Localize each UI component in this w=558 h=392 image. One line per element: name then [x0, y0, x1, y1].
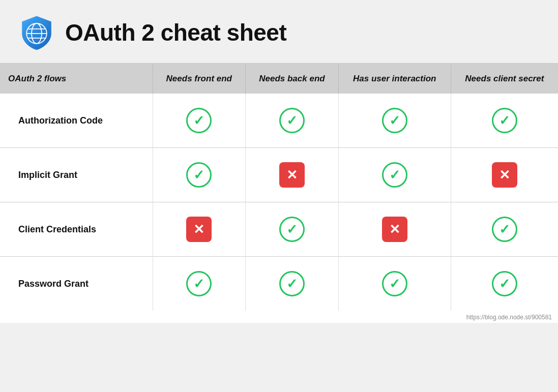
check-icon: ✓ — [382, 108, 407, 133]
header: OAuth 2 cheat sheet — [0, 0, 558, 63]
check-icon: ✓ — [492, 108, 517, 133]
cell-2-backend: ✓ — [246, 202, 339, 257]
cell-2-user_interaction: ✕ — [338, 202, 451, 257]
cell-3-client_secret: ✓ — [451, 257, 558, 311]
cell-2-frontend: ✕ — [153, 202, 246, 257]
table-row: Implicit Grant✓✕✓✕ — [0, 148, 558, 202]
table-row: Client Credentials✕✓✕✓ — [0, 202, 558, 257]
check-icon: ✓ — [186, 271, 212, 296]
cross-icon: ✕ — [382, 217, 407, 242]
table-section: OAuth 2 flows Needs front end Needs back… — [0, 63, 558, 323]
cell-0-frontend: ✓ — [153, 94, 246, 148]
check-icon: ✓ — [492, 271, 517, 296]
footer-url: https://blog.ode.node.st/900581 — [0, 311, 558, 323]
table-row: Password Grant✓✓✓✓ — [0, 257, 558, 311]
check-icon: ✓ — [279, 217, 305, 242]
table-row: Authorization Code✓✓✓✓ — [0, 94, 558, 148]
cross-icon: ✕ — [279, 162, 305, 188]
shield-globe-icon — [18, 14, 55, 51]
cell-1-user_interaction: ✓ — [338, 148, 451, 202]
col-header-flow: OAuth 2 flows — [0, 64, 153, 94]
page-wrapper: OAuth 2 cheat sheet OAuth 2 flows Needs … — [0, 0, 558, 323]
page-title: OAuth 2 cheat sheet — [65, 19, 286, 46]
cell-1-backend: ✕ — [246, 148, 339, 202]
cell-3-backend: ✓ — [246, 257, 339, 311]
cell-3-user_interaction: ✓ — [338, 257, 451, 311]
cell-1-flow: Implicit Grant — [0, 148, 153, 202]
check-icon: ✓ — [382, 162, 407, 188]
cell-3-flow: Password Grant — [0, 257, 153, 311]
check-icon: ✓ — [279, 271, 305, 296]
cell-0-backend: ✓ — [246, 94, 339, 148]
comparison-table: OAuth 2 flows Needs front end Needs back… — [0, 64, 558, 311]
cell-0-flow: Authorization Code — [0, 94, 153, 148]
col-header-frontend: Needs front end — [153, 64, 246, 94]
col-header-client-secret: Needs client secret — [451, 64, 558, 94]
cross-icon: ✕ — [186, 217, 212, 242]
table-header-row: OAuth 2 flows Needs front end Needs back… — [0, 64, 558, 94]
cell-0-client_secret: ✓ — [451, 94, 558, 148]
check-icon: ✓ — [186, 108, 212, 133]
check-icon: ✓ — [279, 108, 305, 133]
cell-1-client_secret: ✕ — [451, 148, 558, 202]
check-icon: ✓ — [492, 217, 517, 242]
check-icon: ✓ — [382, 271, 407, 296]
cell-1-frontend: ✓ — [153, 148, 246, 202]
cell-2-flow: Client Credentials — [0, 202, 153, 257]
cell-0-user_interaction: ✓ — [338, 94, 451, 148]
cell-2-client_secret: ✓ — [451, 202, 558, 257]
cross-icon: ✕ — [492, 162, 517, 188]
check-icon: ✓ — [186, 162, 212, 188]
cell-3-frontend: ✓ — [153, 257, 246, 311]
col-header-user-interaction: Has user interaction — [338, 64, 451, 94]
col-header-backend: Needs back end — [246, 64, 339, 94]
